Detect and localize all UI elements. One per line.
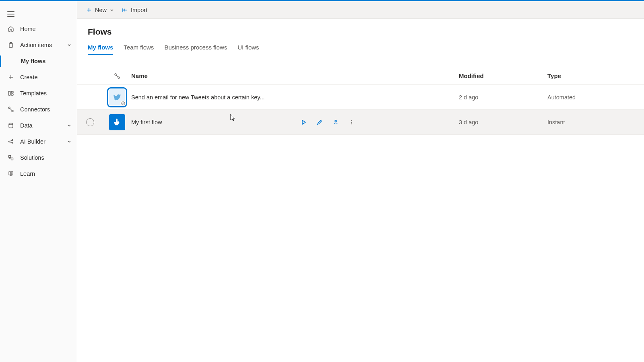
home-icon — [7, 25, 14, 33]
clipboard-icon — [7, 41, 14, 49]
svg-point-7 — [9, 123, 13, 125]
row-actions — [167, 118, 365, 126]
sidebar-item-ai-builder[interactable]: AI Builder — [0, 134, 77, 150]
row-select-checkbox[interactable] — [86, 118, 94, 126]
flow-name[interactable]: My first flow — [131, 119, 162, 125]
sidebar-item-label: Templates — [20, 90, 72, 97]
new-button[interactable]: New — [86, 7, 114, 13]
sidebar-item-label: My flows — [21, 58, 72, 64]
sidebar: Home Action items My flows Create Templa — [0, 1, 77, 362]
import-icon — [122, 7, 128, 13]
page-title: Flows — [88, 27, 634, 37]
main-content: New Import Flows My flows Team flows Bus… — [77, 1, 644, 362]
disabled-badge-icon — [120, 101, 126, 106]
solutions-icon — [7, 154, 14, 161]
connectors-icon — [7, 106, 14, 113]
flow-icon-manual — [109, 114, 125, 130]
tab-team-flows[interactable]: Team flows — [124, 41, 154, 55]
share-button[interactable] — [332, 118, 340, 126]
sidebar-item-create[interactable]: Create — [0, 69, 77, 85]
sidebar-item-label: Create — [20, 74, 72, 80]
chevron-down-icon — [66, 42, 72, 48]
import-button[interactable]: Import — [122, 7, 147, 13]
sidebar-item-label: Solutions — [20, 154, 72, 161]
table-row[interactable]: My first flow — [77, 110, 644, 135]
sidebar-item-home[interactable]: Home — [0, 21, 77, 37]
svg-point-5 — [8, 107, 10, 109]
svg-point-14 — [118, 77, 120, 78]
sidebar-item-connectors[interactable]: Connectors — [0, 101, 77, 117]
sidebar-item-label: Connectors — [20, 106, 72, 113]
svg-point-16 — [335, 120, 336, 122]
table-header-row: Name Modified Type — [77, 67, 644, 85]
svg-point-18 — [351, 121, 352, 122]
plus-icon — [7, 74, 14, 81]
sidebar-item-solutions[interactable]: Solutions — [0, 150, 77, 166]
sidebar-item-label: Data — [20, 122, 61, 129]
column-header-name[interactable]: Name — [131, 72, 370, 79]
sidebar-item-my-flows[interactable]: My flows — [0, 53, 77, 69]
learn-icon — [7, 170, 14, 177]
edit-button[interactable] — [316, 118, 324, 126]
hamburger-menu-button[interactable] — [7, 11, 14, 17]
svg-rect-2 — [8, 91, 10, 95]
svg-point-10 — [12, 143, 13, 144]
plus-icon — [86, 7, 92, 13]
tab-my-flows[interactable]: My flows — [88, 41, 113, 55]
twitter-icon — [113, 93, 122, 102]
touch-icon — [113, 118, 122, 127]
svg-rect-11 — [9, 156, 11, 158]
import-button-label: Import — [131, 7, 147, 13]
flow-name[interactable]: Send an email for new Tweets about a cer… — [131, 94, 265, 101]
table-row[interactable]: Send an email for new Tweets about a cer… — [77, 85, 644, 110]
svg-rect-12 — [11, 158, 13, 160]
svg-point-13 — [115, 74, 116, 75]
flow-icon-twitter — [109, 89, 125, 105]
column-header-modified[interactable]: Modified — [459, 72, 547, 79]
sidebar-item-label: AI Builder — [20, 138, 61, 145]
sidebar-item-action-items[interactable]: Action items — [0, 37, 77, 53]
svg-rect-0 — [9, 43, 12, 47]
sidebar-item-label: Action items — [20, 42, 61, 48]
svg-point-6 — [12, 110, 13, 112]
tab-strip: My flows Team flows Business process flo… — [88, 41, 634, 55]
templates-icon — [7, 90, 14, 97]
chevron-down-icon — [66, 139, 72, 144]
ai-builder-icon — [7, 138, 14, 145]
svg-point-8 — [9, 141, 10, 142]
tab-business-process-flows[interactable]: Business process flows — [164, 41, 227, 55]
more-button[interactable] — [348, 118, 356, 126]
sidebar-item-data[interactable]: Data — [0, 117, 77, 134]
chevron-down-icon — [110, 8, 114, 12]
flow-type-column-icon — [103, 73, 131, 79]
flow-modified: 2 d ago — [459, 94, 547, 101]
flow-type: Automated — [547, 94, 644, 101]
sidebar-item-learn[interactable]: Learn — [0, 166, 77, 182]
svg-point-17 — [351, 120, 352, 121]
svg-rect-3 — [11, 91, 13, 93]
flow-modified: 3 d ago — [459, 119, 547, 125]
chevron-down-icon — [66, 123, 72, 128]
svg-rect-4 — [11, 94, 13, 95]
command-bar: New Import — [77, 1, 644, 19]
data-icon — [7, 122, 14, 129]
column-header-type[interactable]: Type — [547, 72, 644, 79]
run-button[interactable] — [299, 118, 308, 126]
svg-point-19 — [351, 123, 352, 124]
sidebar-item-templates[interactable]: Templates — [0, 85, 77, 101]
new-button-label: New — [95, 7, 107, 13]
flows-table: Name Modified Type — [77, 67, 644, 135]
sidebar-item-label: Home — [20, 26, 72, 32]
flow-type: Instant — [547, 119, 644, 125]
tab-ui-flows[interactable]: UI flows — [237, 41, 259, 55]
svg-point-9 — [12, 140, 13, 141]
sidebar-item-label: Learn — [20, 171, 72, 177]
